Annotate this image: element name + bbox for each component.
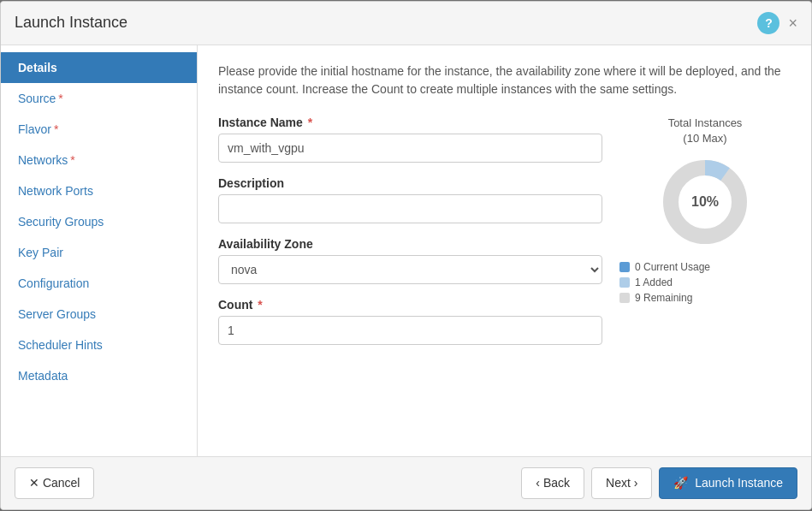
launch-instance-modal: Launch Instance ? × Details Source* Flav… bbox=[0, 1, 812, 511]
availability-zone-select[interactable]: nova Any Availability Zone bbox=[218, 255, 602, 284]
legend-added: 1 Added bbox=[619, 276, 791, 288]
chart-title: Total Instances (10 Max) bbox=[668, 116, 743, 146]
next-button[interactable]: Next › bbox=[591, 467, 652, 500]
sidebar: Details Source* Flavor* Networks* Networ… bbox=[1, 45, 198, 456]
legend-current-usage: 0 Current Usage bbox=[619, 261, 791, 273]
legend-remaining: 9 Remaining bbox=[619, 292, 791, 304]
availability-zone-group: Availability Zone nova Any Availability … bbox=[218, 237, 602, 284]
form-section: Instance Name * Description Availability… bbox=[218, 116, 791, 359]
description-group: Description bbox=[218, 176, 602, 223]
form-fields: Instance Name * Description Availability… bbox=[218, 116, 602, 359]
legend-current-dot bbox=[619, 262, 630, 272]
count-group: Count * bbox=[218, 298, 602, 345]
modal-title: Launch Instance bbox=[15, 14, 127, 32]
donut-percent-label: 10% bbox=[691, 194, 719, 210]
close-button[interactable]: × bbox=[788, 15, 797, 31]
sidebar-item-security-groups[interactable]: Security Groups bbox=[1, 206, 197, 237]
chart-section: Total Instances (10 Max) bbox=[619, 116, 791, 359]
sidebar-item-flavor[interactable]: Flavor* bbox=[1, 114, 197, 145]
footer-right: ‹ Back Next › 🚀 Launch Instance bbox=[521, 467, 797, 500]
cancel-button[interactable]: ✕ Cancel bbox=[15, 467, 94, 500]
count-input[interactable] bbox=[218, 316, 602, 345]
main-content: Please provide the initial hostname for … bbox=[198, 45, 811, 456]
sidebar-item-details[interactable]: Details bbox=[1, 52, 197, 83]
launch-instance-button[interactable]: 🚀 Launch Instance bbox=[659, 467, 797, 500]
description-label: Description bbox=[218, 176, 602, 190]
help-icon[interactable]: ? bbox=[757, 12, 779, 34]
back-button[interactable]: ‹ Back bbox=[521, 467, 584, 500]
sidebar-item-server-groups[interactable]: Server Groups bbox=[1, 299, 197, 330]
instance-name-input[interactable] bbox=[218, 134, 602, 163]
donut-chart: 10% bbox=[658, 155, 752, 249]
modal-body: Details Source* Flavor* Networks* Networ… bbox=[1, 45, 811, 456]
sidebar-item-networks[interactable]: Networks* bbox=[1, 145, 197, 175]
sidebar-item-key-pair[interactable]: Key Pair bbox=[1, 237, 197, 268]
sidebar-item-source[interactable]: Source* bbox=[1, 83, 197, 114]
modal-footer: ✕ Cancel ‹ Back Next › 🚀 Launch Instance bbox=[1, 456, 811, 510]
sidebar-item-metadata[interactable]: Metadata bbox=[1, 360, 197, 391]
legend-remaining-label: 9 Remaining bbox=[635, 292, 692, 304]
count-label: Count * bbox=[218, 298, 602, 312]
modal-header: Launch Instance ? × bbox=[1, 2, 811, 45]
chart-legend: 0 Current Usage 1 Added 9 Remaining bbox=[619, 261, 791, 307]
rocket-icon: 🚀 bbox=[673, 476, 688, 490]
availability-zone-label: Availability Zone bbox=[218, 237, 602, 251]
sidebar-item-network-ports[interactable]: Network Ports bbox=[1, 175, 197, 206]
instance-name-label: Instance Name * bbox=[218, 116, 602, 129]
description-input[interactable] bbox=[218, 194, 602, 223]
info-text: Please provide the initial hostname for … bbox=[218, 62, 791, 98]
legend-current-label: 0 Current Usage bbox=[635, 261, 710, 273]
legend-added-dot bbox=[619, 277, 630, 288]
legend-added-label: 1 Added bbox=[635, 276, 673, 288]
legend-remaining-dot bbox=[619, 293, 630, 303]
instance-name-group: Instance Name * bbox=[218, 116, 602, 163]
sidebar-item-configuration[interactable]: Configuration bbox=[1, 268, 197, 299]
sidebar-item-scheduler-hints[interactable]: Scheduler Hints bbox=[1, 330, 197, 360]
